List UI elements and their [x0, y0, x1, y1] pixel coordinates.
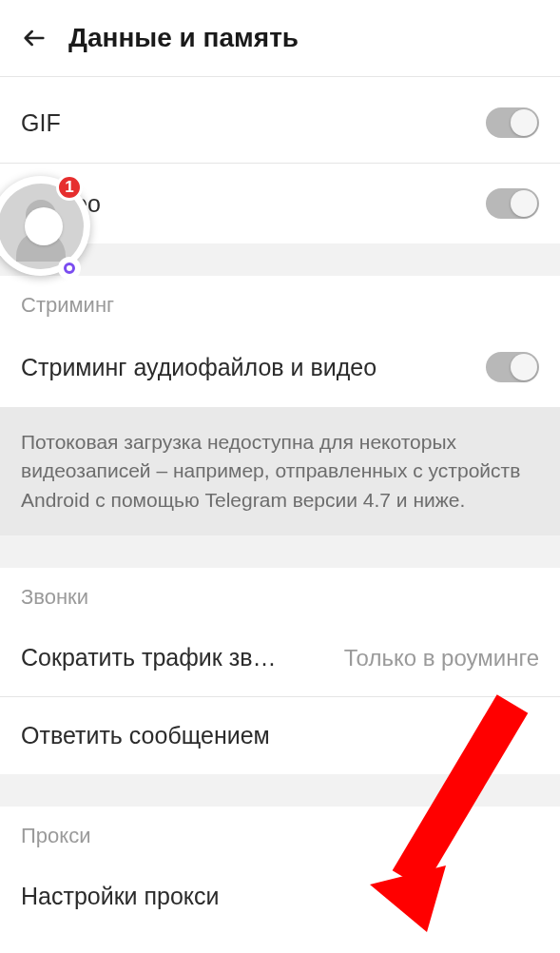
streaming-info: Потоковая загрузка недоступна для некото… [0, 407, 560, 535]
section-gap [0, 535, 560, 568]
back-button[interactable] [17, 21, 51, 55]
speech-bubble-icon [25, 207, 63, 245]
reduce-traffic-row[interactable]: Сократить трафик зв… Только в роуминге [0, 619, 560, 696]
reply-message-row[interactable]: Ответить сообщением [0, 697, 560, 774]
proxy-section-header: Прокси [0, 807, 560, 858]
reply-message-label: Ответить сообщением [21, 722, 270, 749]
toggle-knob [511, 109, 537, 136]
toggle-knob [511, 354, 537, 380]
calls-section-header: Звонки [0, 568, 560, 619]
gif-toggle-row[interactable]: GIF [0, 83, 560, 163]
header: Данные и память [0, 0, 560, 76]
reduce-traffic-label: Сократить трафик зв… [21, 644, 335, 671]
gif-toggle[interactable] [486, 107, 539, 138]
reduce-traffic-value: Только в роуминге [344, 645, 539, 671]
streaming-section-header: Стриминг [0, 276, 560, 327]
streaming-toggle-row[interactable]: Стриминг аудиофайлов и видео [0, 327, 560, 407]
section-gap [0, 774, 560, 807]
chathead-bubble[interactable]: 1 [0, 176, 90, 276]
proxy-settings-row[interactable]: Настройки прокси [0, 858, 560, 935]
video-toggle[interactable] [486, 188, 539, 219]
notification-badge: 1 [56, 174, 83, 201]
proxy-settings-label: Настройки прокси [21, 883, 220, 910]
gif-label: GIF [21, 109, 61, 137]
arrow-left-icon [21, 25, 48, 51]
status-badge [58, 257, 81, 280]
status-badge-ring [64, 263, 75, 274]
toggle-knob [511, 190, 537, 217]
page-title: Данные и память [68, 23, 299, 53]
streaming-toggle[interactable] [486, 352, 539, 382]
streaming-label: Стриминг аудиофайлов и видео [21, 354, 377, 381]
